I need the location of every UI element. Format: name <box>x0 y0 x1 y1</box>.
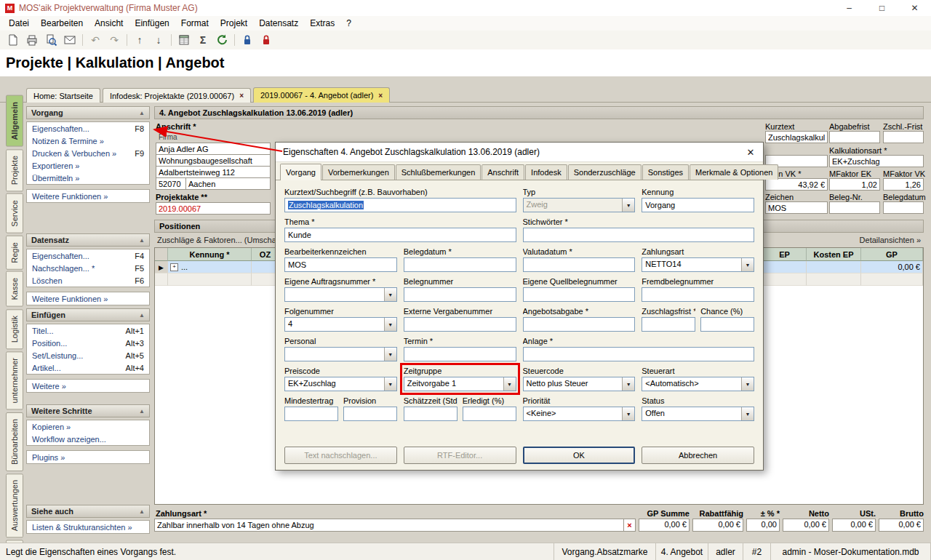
column-header-kosten-ep[interactable]: Kosten EP <box>807 248 861 261</box>
eigene-quellbelegnummer-input[interactable] <box>523 287 636 302</box>
menu-hilfe[interactable]: ? <box>340 17 357 30</box>
menu-bearbeiten[interactable]: Bearbeiten <box>35 17 89 30</box>
dialog-tab-infodesk[interactable]: Infodesk <box>525 164 567 180</box>
undo-icon[interactable] <box>86 32 105 48</box>
stichwoerter-input[interactable] <box>523 228 755 242</box>
module-tab-bueroarbeiten[interactable]: Büroarbeiten <box>6 412 23 471</box>
zeichen-field[interactable] <box>765 201 828 214</box>
zuschlaege-faktoren-link[interactable]: Zuschläge & Faktoren... (Umschalt+ <box>157 236 285 244</box>
sidebar-item-artikel[interactable]: Artikel...Alt+4 <box>27 361 149 374</box>
gp-cell[interactable]: 0,00 € <box>861 261 923 273</box>
projektakte-field[interactable] <box>156 202 271 215</box>
detailansichten-link[interactable]: Detailansichten » <box>860 236 921 244</box>
dialog-tab-sonderzuschlaege[interactable]: Sonderzuschläge <box>568 164 642 180</box>
erledigt-input[interactable] <box>463 407 516 421</box>
chevron-down-icon[interactable] <box>384 348 396 361</box>
zuschlagsfrist-input[interactable] <box>642 317 695 332</box>
anschrift-name-field[interactable] <box>156 143 271 155</box>
section-header-datensatz[interactable]: Datensatz ▲ <box>26 233 150 247</box>
dialog-tab-merkmale-optionen[interactable]: Merkmale & Optionen <box>690 164 778 180</box>
print-icon[interactable] <box>23 32 41 48</box>
sidebar-item-nachschlagen[interactable]: Nachschlagen... *F5 <box>27 262 149 274</box>
mfaktor-ek-field[interactable] <box>829 178 880 191</box>
ep-cell[interactable] <box>763 261 807 273</box>
status-select[interactable]: Offen <box>642 407 754 421</box>
column-header-gp[interactable]: GP <box>861 248 923 261</box>
dialog-tab-anschrift[interactable]: Anschrift <box>482 164 524 180</box>
schaetzzeit-input[interactable] <box>404 407 457 421</box>
section-header-einfuegen[interactable]: Einfügen ▲ <box>26 308 150 321</box>
sidebar-item-workflow-anzeigen[interactable]: Workflow anzeigen... <box>27 433 149 445</box>
belegdatum-field-main[interactable] <box>883 201 924 214</box>
abgabefrist-field[interactable] <box>829 131 880 143</box>
sidebar-item-weitere-einfuegen[interactable]: Weitere » <box>27 380 149 392</box>
chance-input[interactable] <box>700 317 754 332</box>
positions-table-icon[interactable] <box>175 32 193 48</box>
sidebar-item-eigenschaften-datensatz[interactable]: Eigenschaften...F4 <box>27 249 149 262</box>
anschrift-ort-field[interactable] <box>185 177 271 190</box>
chevron-down-icon[interactable] <box>384 288 396 301</box>
sidebar-item-plugins[interactable]: Plugins » <box>27 451 149 463</box>
kennung-input[interactable] <box>642 198 754 212</box>
belegnummer-input[interactable] <box>404 287 516 302</box>
termin-input[interactable] <box>404 347 516 361</box>
zschl-frist-field[interactable] <box>883 131 924 143</box>
module-tab-logistik[interactable]: Logistik <box>6 309 23 349</box>
dialog-tab-vorgang[interactable]: Vorgang <box>280 164 321 180</box>
beleg-nr-field[interactable] <box>829 201 880 214</box>
bearbeiterkennzeichen-input[interactable] <box>284 257 397 272</box>
sum-icon[interactable] <box>193 32 212 48</box>
zahlungsart-field-main[interactable] <box>154 519 624 532</box>
lock-blue-icon[interactable] <box>238 32 257 48</box>
module-tab-kasse[interactable]: Kasse <box>6 271 23 307</box>
eigene-auftragsnummer-select[interactable] <box>284 287 397 302</box>
column-header-ep[interactable]: EP <box>763 248 807 261</box>
chevron-down-icon[interactable] <box>741 377 754 391</box>
chevron-down-icon[interactable] <box>384 318 396 331</box>
chevron-down-icon[interactable] <box>622 377 634 391</box>
anschrift-strasse-field[interactable] <box>156 166 271 178</box>
lohn-vk-field[interactable] <box>765 178 828 191</box>
folgenummer-select[interactable]: 4 <box>284 317 397 332</box>
lock-red-icon[interactable] <box>257 32 276 48</box>
sidebar-item-drucken-verbuchen[interactable]: Drucken & Verbuchen »F9 <box>27 147 149 159</box>
abbrechen-button[interactable]: Abbrechen <box>642 447 754 464</box>
chevron-down-icon[interactable] <box>622 407 634 420</box>
module-tab-service[interactable]: Service <box>6 193 23 233</box>
close-button[interactable]: ✕ <box>898 0 931 16</box>
sidebar-item-kopieren[interactable]: Kopieren » <box>27 420 149 433</box>
sidebar-item-notizen-termine[interactable]: Notizen & Termine » <box>27 135 149 147</box>
section-header-weitere-schritte[interactable]: Weitere Schritte ▲ <box>26 404 150 417</box>
menu-datensatz[interactable]: Datensatz <box>253 17 304 30</box>
menu-projekt[interactable]: Projekt <box>215 17 253 30</box>
anlage-input[interactable] <box>523 347 755 361</box>
tab-close-icon[interactable]: × <box>239 92 244 100</box>
kurztext-field-main[interactable] <box>765 131 828 143</box>
tab-angebot-active[interactable]: 2019.00067 - 4. Angebot (adler) × <box>253 87 390 103</box>
sidebar-item-set-leistung[interactable]: Set/Leistung...Alt+5 <box>27 349 149 361</box>
chevron-down-icon[interactable] <box>741 258 754 271</box>
sidebar-item-eigenschaften-vorgang[interactable]: Eigenschaften...F8 <box>27 122 149 135</box>
move-up-icon[interactable] <box>130 32 149 48</box>
kalkulationsart-field[interactable] <box>829 155 924 167</box>
kosten-ep-cell[interactable] <box>807 261 861 273</box>
section-header-vorgang[interactable]: Vorgang ▲ <box>26 106 150 119</box>
module-tab-auswertungen[interactable]: Auswertungen <box>6 473 23 537</box>
menu-einfuegen[interactable]: Einfügen <box>129 17 175 30</box>
chevron-down-icon[interactable] <box>503 377 516 391</box>
sidebar-item-weitere-funktionen-datensatz[interactable]: Weitere Funktionen » <box>27 292 149 305</box>
mindestertrag-input[interactable] <box>284 407 338 421</box>
sidebar-item-listen-strukturansichten[interactable]: Listen & Strukturansichten » <box>27 521 149 533</box>
preiscode-select[interactable]: EK+Zuschlag <box>284 377 397 391</box>
kurztext-input[interactable]: Zuschlagskalkulation <box>284 198 516 212</box>
sidebar-item-uebermitteln[interactable]: Übermitteln » <box>27 172 149 184</box>
dialog-tab-schlussbemerkungen[interactable]: Schlußbemerkungen <box>396 164 482 180</box>
mfaktor-vk-field[interactable] <box>883 178 924 191</box>
print-preview-icon[interactable] <box>41 32 60 48</box>
dialog-close-icon[interactable]: ✕ <box>738 143 763 161</box>
new-document-icon[interactable] <box>4 32 23 48</box>
sidebar-item-position[interactable]: Position...Alt+3 <box>27 337 149 349</box>
module-tab-allgemein[interactable]: Allgemein <box>6 95 23 147</box>
kennung-cell[interactable]: ... <box>168 261 252 273</box>
chevron-down-icon[interactable] <box>741 407 754 420</box>
